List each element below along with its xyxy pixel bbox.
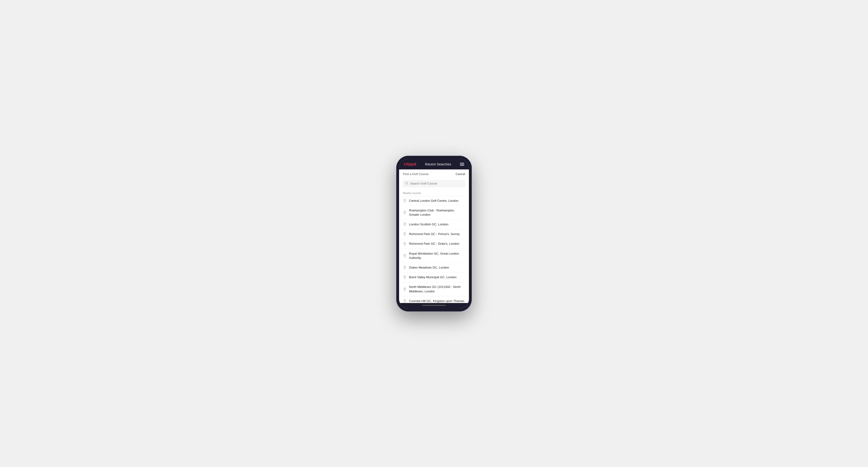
cancel-button[interactable]: Cancel [456, 172, 465, 176]
list-item[interactable]: Royal Wimbledon GC, Great London Authori… [399, 249, 469, 263]
list-item[interactable]: Dukes Meadows GC, London [399, 263, 469, 273]
search-input[interactable] [410, 182, 463, 185]
svg-point-6 [404, 243, 405, 244]
list-item[interactable]: North Middlesex GC (1011942 - North Midd… [399, 282, 469, 296]
location-pin-icon [403, 275, 407, 279]
svg-point-4 [404, 223, 405, 224]
list-item[interactable]: London Scottish GC, London [399, 220, 469, 229]
find-header: Find a Golf Course Cancel [399, 169, 469, 178]
content-area: Find a Golf Course Cancel Nearby courses [399, 169, 469, 303]
course-name: North Middlesex GC (1011942 - North Midd… [409, 285, 465, 293]
phone-screen: clippd Recent Searches Find a Golf Cours… [399, 159, 469, 309]
svg-point-9 [404, 276, 405, 277]
location-pin-icon [403, 242, 407, 246]
location-pin-icon [403, 266, 407, 270]
list-item[interactable]: Brent Valley Municipal GC, London [399, 273, 469, 282]
course-list: Central London Golf Centre, London Roeha… [399, 196, 469, 303]
course-name: Richmond Park GC - Prince's, Surrey [409, 232, 460, 236]
location-pin-icon [403, 222, 407, 226]
course-name: Richmond Park GC - Duke's, London [409, 242, 459, 246]
svg-point-8 [404, 267, 405, 268]
home-indicator-bar [422, 305, 446, 306]
svg-point-7 [404, 255, 405, 255]
phone-frame: clippd Recent Searches Find a Golf Cours… [396, 156, 472, 311]
search-bar-wrapper [399, 178, 469, 190]
svg-point-5 [404, 233, 405, 234]
nav-bar: clippd Recent Searches [399, 159, 469, 169]
location-pin-icon [403, 254, 407, 258]
course-name: Central London Golf Centre, London [409, 199, 459, 203]
course-name: Brent Valley Municipal GC, London [409, 275, 457, 279]
location-pin-icon [403, 299, 407, 303]
search-icon [405, 182, 408, 185]
svg-point-10 [404, 288, 405, 289]
course-name: London Scottish GC, London [409, 222, 448, 226]
svg-point-2 [404, 199, 405, 200]
location-pin-icon [403, 199, 407, 203]
list-item[interactable]: Richmond Park GC - Duke's, London [399, 239, 469, 249]
home-indicator-area [399, 303, 469, 309]
nav-title: Recent Searches [425, 162, 451, 166]
location-pin-icon [403, 211, 407, 215]
hamburger-menu-icon[interactable] [460, 163, 464, 166]
svg-point-11 [404, 300, 405, 301]
course-name: Royal Wimbledon GC, Great London Authori… [409, 252, 465, 260]
course-name: Roehampton Club - Roehampton, Greater Lo… [409, 208, 465, 217]
location-pin-icon [403, 232, 407, 236]
search-bar[interactable] [402, 180, 466, 187]
list-item[interactable]: Roehampton Club - Roehampton, Greater Lo… [399, 206, 469, 220]
list-item[interactable]: Central London Golf Centre, London [399, 196, 469, 206]
find-label: Find a Golf Course [403, 172, 429, 176]
app-logo: clippd [404, 162, 416, 166]
course-name: Coombe Hill GC, Kingston upon Thames [409, 299, 464, 303]
svg-line-1 [407, 184, 408, 185]
nearby-label: Nearby courses [399, 190, 469, 196]
list-item[interactable]: Richmond Park GC - Prince's, Surrey [399, 229, 469, 239]
course-name: Dukes Meadows GC, London [409, 266, 449, 270]
list-item[interactable]: Coombe Hill GC, Kingston upon Thames [399, 297, 469, 303]
location-pin-icon [403, 287, 407, 291]
svg-point-3 [404, 212, 405, 212]
